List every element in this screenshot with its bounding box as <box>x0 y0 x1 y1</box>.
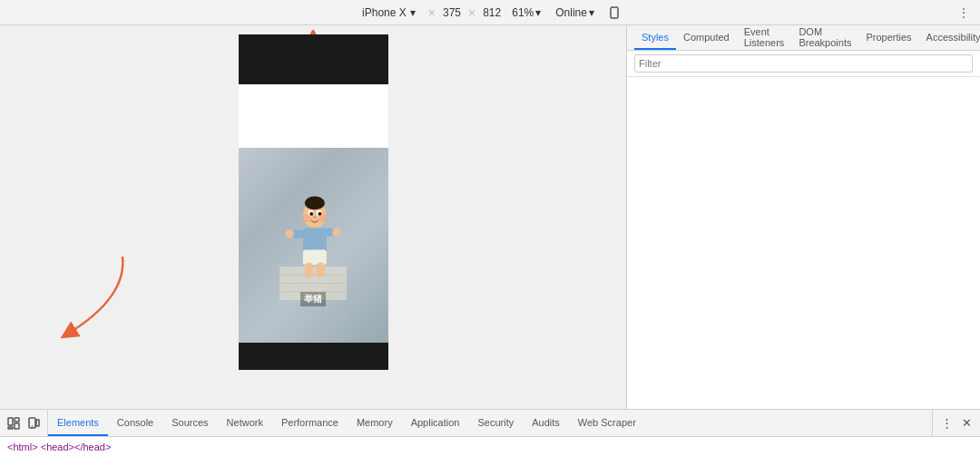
device-selector[interactable]: iPhone X ▾ <box>357 5 421 21</box>
video-placeholder: 举猪 <box>239 148 388 343</box>
network-selector[interactable]: Online ▾ <box>552 5 598 21</box>
svg-point-12 <box>313 216 316 218</box>
filter-area <box>627 51 980 77</box>
phone-white-section <box>239 84 388 148</box>
phone-bottom-bar <box>239 343 388 370</box>
tab-elements[interactable]: Elements <box>48 410 108 436</box>
devtools-icons <box>0 410 48 436</box>
tab-event-listeners[interactable]: Event Listeners <box>737 25 792 50</box>
zoom-selector[interactable]: 61% ▾ <box>508 5 544 21</box>
tab-computed[interactable]: Computed <box>676 25 737 50</box>
svg-rect-22 <box>317 262 325 277</box>
bottom-tabs: Elements Console Sources Network Perform… <box>0 409 980 436</box>
right-panel: Styles Computed Event Listeners DOM Brea… <box>626 25 980 409</box>
tab-sources[interactable]: Sources <box>162 410 217 436</box>
svg-point-19 <box>332 228 340 236</box>
phone-screen: 举猪 ▶ 0:14 / 0:34 🔊 ⊞ ⋮ <box>239 34 388 370</box>
dock-icon[interactable]: ⋮ <box>938 415 955 432</box>
device-dropdown-icon: ▾ <box>410 6 416 19</box>
tab-performance[interactable]: Performance <box>272 410 348 436</box>
separator-2: × <box>468 5 475 20</box>
device-name: iPhone X <box>362 6 407 19</box>
svg-point-7 <box>305 196 325 209</box>
zoom-value: 61% <box>512 6 534 19</box>
svg-point-14 <box>318 213 327 221</box>
styles-content <box>627 77 980 409</box>
device-icon[interactable] <box>25 415 42 432</box>
network-value: Online <box>555 6 587 19</box>
inspect-icon[interactable] <box>5 415 22 432</box>
svg-rect-26 <box>8 427 13 429</box>
svg-rect-24 <box>15 418 19 422</box>
viewport-width: 375 <box>443 6 461 19</box>
tab-audits[interactable]: Audits <box>523 410 569 436</box>
tab-dom-breakpoints[interactable]: DOM Breakpoints <box>791 25 858 50</box>
tab-properties[interactable]: Properties <box>858 25 918 50</box>
more-icon: ⋮ <box>958 6 969 19</box>
phone-video-area: 举猪 ▶ 0:14 / 0:34 🔊 ⊞ ⋮ <box>239 148 388 343</box>
main-area: 举猪 ▶ 0:14 / 0:34 🔊 ⊞ ⋮ <box>0 25 980 409</box>
right-icons: ⋮ ✕ <box>932 410 980 436</box>
svg-rect-28 <box>36 420 39 426</box>
svg-point-29 <box>32 425 34 427</box>
svg-point-10 <box>309 212 313 216</box>
baby-figure <box>277 191 349 300</box>
arrow-bottom-container <box>50 252 159 345</box>
video-subtitle: 举猪 <box>300 292 326 306</box>
tab-memory[interactable]: Memory <box>348 410 402 436</box>
more-options-button[interactable]: ⋮ <box>955 4 973 22</box>
svg-rect-0 <box>611 7 618 18</box>
phone-viewport: 举猪 ▶ 0:14 / 0:34 🔊 ⊞ ⋮ <box>0 25 626 409</box>
svg-point-18 <box>286 229 294 238</box>
svg-rect-23 <box>8 418 13 425</box>
separator-1: × <box>428 5 436 20</box>
tab-styles[interactable]: Styles <box>634 25 676 50</box>
tab-application[interactable]: Application <box>402 410 469 436</box>
zoom-dropdown-icon: ▾ <box>535 6 541 19</box>
device-toolbar: iPhone X ▾ × 375 × 812 61% ▾ Online ▾ ⋮ <box>0 0 980 25</box>
rotate-button[interactable] <box>605 4 623 22</box>
bottom-arrow-svg <box>50 252 159 343</box>
breadcrumb-head[interactable]: <head></head> <box>41 441 112 452</box>
phone-top-bar <box>239 34 388 84</box>
tab-console[interactable]: Console <box>108 410 162 436</box>
svg-point-13 <box>302 213 310 221</box>
styles-tabs: Styles Computed Event Listeners DOM Brea… <box>627 25 980 51</box>
network-dropdown-icon: ▾ <box>589 6 594 19</box>
viewport-height: 812 <box>483 6 501 19</box>
tab-security[interactable]: Security <box>468 410 523 436</box>
svg-rect-20 <box>303 249 327 265</box>
tab-web-scraper[interactable]: Web Scraper <box>569 410 645 436</box>
svg-rect-25 <box>15 423 19 429</box>
html-breadcrumb: <html> <head></head> <box>0 436 980 456</box>
close-icon[interactable]: ✕ <box>958 415 975 432</box>
svg-rect-21 <box>305 262 313 277</box>
tab-accessibility[interactable]: Accessibility <box>919 25 980 50</box>
breadcrumb-html[interactable]: <html> <box>7 441 38 452</box>
filter-input[interactable] <box>634 54 973 73</box>
tab-network[interactable]: Network <box>218 410 272 436</box>
